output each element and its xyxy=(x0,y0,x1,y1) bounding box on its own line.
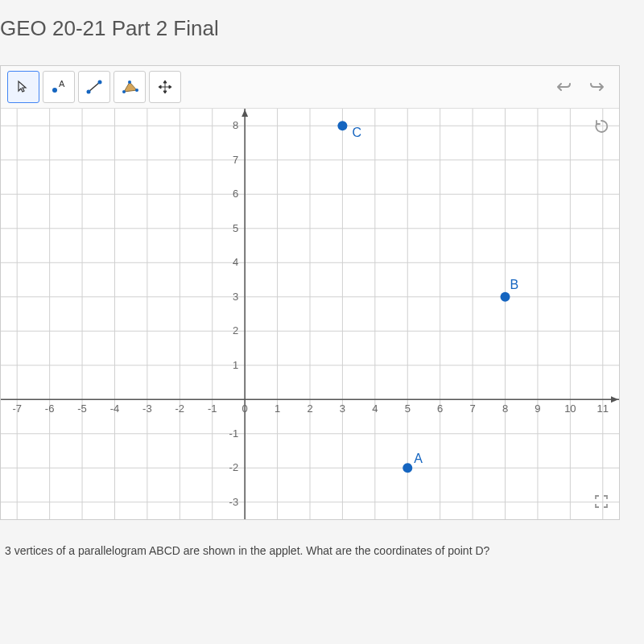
svg-text:6: 6 xyxy=(437,402,443,415)
svg-text:A: A xyxy=(59,79,65,89)
svg-text:-1: -1 xyxy=(229,427,239,440)
svg-text:3: 3 xyxy=(233,291,238,303)
svg-point-4 xyxy=(98,80,102,85)
svg-point-8 xyxy=(135,89,138,92)
svg-text:5: 5 xyxy=(233,222,238,234)
chart-canvas[interactable]: -7-6-5-4-3-2-101234567891011-3-2-1123456… xyxy=(1,109,619,519)
svg-text:-6: -6 xyxy=(45,402,55,415)
svg-text:3: 3 xyxy=(340,402,345,415)
svg-text:7: 7 xyxy=(233,154,238,166)
page-title: GEO 20-21 Part 2 Final xyxy=(0,16,644,65)
question-text: 3 vertices of a parallelogram ABCD are s… xyxy=(0,520,644,557)
svg-marker-43 xyxy=(242,109,248,117)
svg-text:-5: -5 xyxy=(77,402,87,415)
svg-text:5: 5 xyxy=(405,402,411,415)
svg-text:-1: -1 xyxy=(208,402,217,415)
point-label-B: B xyxy=(510,278,519,291)
svg-text:2: 2 xyxy=(233,324,238,336)
svg-text:1: 1 xyxy=(233,359,238,371)
svg-text:-7: -7 xyxy=(12,402,22,415)
point-label-A: A xyxy=(414,452,423,465)
svg-text:2: 2 xyxy=(307,402,312,415)
point-label-C: C xyxy=(352,126,361,139)
redo-button[interactable] xyxy=(582,72,613,102)
tool-move[interactable] xyxy=(149,71,181,103)
svg-text:8: 8 xyxy=(502,402,508,415)
fullscreen-button[interactable] xyxy=(590,490,613,513)
svg-point-0 xyxy=(52,88,57,93)
svg-text:-2: -2 xyxy=(175,402,185,415)
svg-text:8: 8 xyxy=(233,119,238,131)
point-C[interactable] xyxy=(337,121,347,130)
svg-text:-4: -4 xyxy=(110,402,120,415)
svg-marker-5 xyxy=(124,82,137,92)
tool-segment[interactable] xyxy=(78,71,110,103)
undo-button[interactable] xyxy=(548,72,579,102)
svg-text:-2: -2 xyxy=(229,461,239,473)
svg-text:4: 4 xyxy=(233,256,238,268)
refresh-button[interactable] xyxy=(590,115,613,138)
svg-text:4: 4 xyxy=(372,402,378,415)
point-A[interactable] xyxy=(402,463,412,473)
svg-point-3 xyxy=(87,90,91,94)
svg-text:-3: -3 xyxy=(229,496,239,508)
tool-point[interactable]: A xyxy=(43,71,75,103)
svg-line-2 xyxy=(89,82,100,92)
svg-point-6 xyxy=(122,90,126,93)
svg-marker-42 xyxy=(611,396,618,402)
svg-text:7: 7 xyxy=(469,402,475,415)
svg-text:1: 1 xyxy=(275,402,280,415)
svg-text:0: 0 xyxy=(242,402,248,415)
tool-cursor[interactable] xyxy=(7,71,39,103)
point-B[interactable] xyxy=(501,292,510,302)
toolbar: A xyxy=(1,66,619,109)
tool-polygon[interactable] xyxy=(114,71,146,103)
coordinate-plane[interactable]: -7-6-5-4-3-2-101234567891011-3-2-1123456… xyxy=(1,109,619,519)
svg-text:-3: -3 xyxy=(142,402,152,415)
svg-point-7 xyxy=(128,80,131,84)
svg-text:10: 10 xyxy=(564,402,576,415)
geogebra-applet: A -7-6-5-4-3-2-101234567891011-3-2-11234… xyxy=(0,65,620,520)
svg-text:6: 6 xyxy=(233,188,238,200)
svg-text:11: 11 xyxy=(597,402,609,415)
svg-text:9: 9 xyxy=(535,402,540,415)
